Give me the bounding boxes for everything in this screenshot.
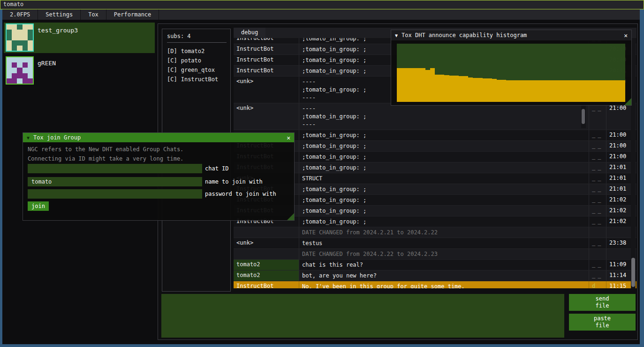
read-mark: _: [598, 218, 601, 224]
member-name: InstructBot: [181, 76, 218, 83]
message-sender: <unk>: [234, 238, 299, 248]
member-item[interactable]: [C]green_qtox: [167, 65, 230, 75]
message-inline-scrollbar[interactable]: [581, 106, 586, 128]
members-count: subs: 4: [167, 33, 230, 39]
histogram-bar: [483, 78, 487, 102]
menu-item[interactable]: Settings: [38, 9, 81, 20]
message-sender: <unk>: [234, 103, 299, 130]
member-name: tomato2: [181, 48, 205, 54]
message-text: ;tomato_in_group: ;: [299, 195, 589, 205]
message-time: [606, 227, 629, 238]
join-password-field[interactable]: [28, 189, 202, 199]
chat-message-row[interactable]: <unk> testus __ 23:38: [234, 238, 636, 249]
group-avatar: [6, 23, 34, 52]
histogram-bar: [397, 68, 402, 102]
member-connection-tag: [C]: [167, 57, 177, 64]
join-description-line2: Connecting via ID might take a very long…: [28, 155, 183, 162]
histogram-bar: [454, 76, 459, 102]
histogram-bar: [582, 80, 587, 102]
chat-message-row[interactable]: DATE CHANGED from 2024.2.22 to 2024.2.23: [234, 249, 636, 260]
read-mark: _: [598, 272, 601, 278]
send-file-label: send file: [591, 295, 614, 309]
delivery-mark: _: [592, 105, 595, 111]
chat-message-row[interactable]: tomato2 chat is this real? __ 11:09: [234, 260, 636, 270]
message-status: [589, 249, 606, 259]
message-sender: <unk>: [234, 77, 299, 103]
histogram-bar: [516, 80, 521, 102]
histogram-bar: [468, 77, 473, 102]
message-time: 21:00: [606, 130, 629, 140]
join-group-title-bar[interactable]: ▼ Tox join Group ✕: [23, 133, 294, 142]
resize-grip[interactable]: [287, 213, 294, 220]
message-time: 21:01: [606, 184, 629, 194]
chat-message-row[interactable]: tomato2 bot, are you new here? __ 11:14: [234, 270, 636, 281]
message-time: 11:09: [606, 260, 629, 270]
member-item[interactable]: [C]InstructBot: [167, 75, 230, 84]
group-row[interactable]: test_group3: [4, 23, 155, 53]
join-name-label: name to join with: [205, 178, 263, 185]
delivery-mark: _: [592, 175, 595, 181]
histogram-bar: [549, 80, 554, 102]
message-sender: [234, 249, 299, 259]
paste-file-button[interactable]: paste file: [569, 314, 636, 331]
message-status: __: [589, 270, 606, 281]
collapse-icon[interactable]: ▼: [395, 33, 398, 38]
resize-grip[interactable]: [624, 98, 631, 105]
message-input[interactable]: [161, 294, 564, 338]
join-name-field[interactable]: [28, 177, 202, 186]
menu-item[interactable]: 2.0FPS: [2, 9, 38, 20]
message-sender: [234, 227, 299, 238]
group-name: gREEN: [38, 60, 56, 67]
members-list: [D]tomato2 [C]potato [C]green_qtox [C]In…: [167, 46, 230, 84]
message-time: 11:15: [606, 281, 629, 288]
delivery-mark: _: [592, 131, 595, 138]
message-status: __: [589, 141, 606, 151]
menu-item[interactable]: Performance: [106, 9, 159, 20]
histogram-bar: [606, 80, 611, 102]
chat-message-row[interactable]: DATE CHANGED from 2024.2.21 to 2024.2.22: [234, 227, 636, 238]
histogram-bar: [611, 80, 615, 102]
histogram-bar: [416, 68, 421, 102]
read-mark: _: [598, 185, 601, 192]
close-icon[interactable]: ✕: [287, 134, 290, 141]
scrollbar-thumb[interactable]: [631, 258, 635, 287]
chat-id-field[interactable]: [28, 164, 202, 173]
histogram-bar: [568, 80, 573, 102]
message-status: __: [589, 260, 606, 270]
message-sender: tomato2: [234, 260, 299, 270]
histogram-bar: [501, 80, 506, 102]
message-time: 21:00: [606, 103, 629, 130]
menu-item[interactable]: Tox: [81, 9, 106, 20]
group-row[interactable]: gREEN: [4, 55, 155, 86]
histogram-title-bar[interactable]: ▼ Tox DHT announce capability histogram …: [391, 30, 631, 40]
histogram-bar: [577, 80, 582, 102]
scrollbar-thumb[interactable]: [582, 109, 585, 124]
join-button[interactable]: join: [28, 201, 49, 211]
read-mark: _: [598, 153, 601, 160]
message-text: bot, are you new here?: [299, 270, 589, 281]
delivery-mark: _: [592, 207, 595, 214]
member-item[interactable]: [C]potato: [167, 56, 230, 65]
read-mark: _: [598, 105, 601, 111]
collapse-icon[interactable]: ▼: [27, 135, 30, 140]
chat-message-row[interactable]: InstructBot No, I've been in this group …: [234, 281, 636, 288]
tab-debug[interactable]: debug: [234, 28, 265, 38]
member-name: potato: [181, 57, 201, 64]
message-sender: InstructBot: [234, 55, 299, 65]
join-password-label: password to join with: [205, 191, 276, 197]
histogram-bar: [477, 78, 482, 102]
message-time: 21:02: [606, 206, 629, 216]
message-text: ---- ;tomato_in_group: ; ----: [299, 103, 589, 130]
chat-message-row[interactable]: <unk> ---- ;tomato_in_group: ; ---- __ 2…: [234, 103, 636, 130]
group-name: test_group3: [38, 27, 78, 34]
member-name: green_qtox: [181, 67, 215, 73]
histogram-bar: [535, 80, 539, 102]
histogram-bar: [449, 76, 454, 102]
send-file-button[interactable]: send file: [569, 294, 636, 311]
member-item[interactable]: [D]tomato2: [167, 46, 230, 56]
close-icon[interactable]: ✕: [624, 32, 628, 39]
histogram-bar: [439, 75, 444, 102]
message-text: No, I've been in this group for quite so…: [299, 281, 589, 288]
message-time: 21:02: [606, 216, 629, 227]
member-connection-tag: [C]: [167, 67, 177, 73]
